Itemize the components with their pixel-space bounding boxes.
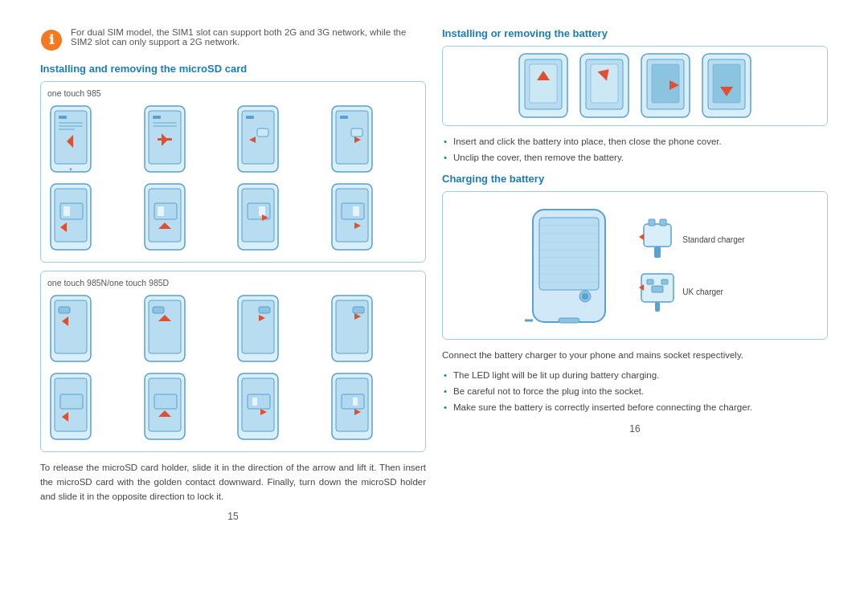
svg-rect-121 <box>655 302 660 312</box>
svg-rect-5 <box>59 122 83 124</box>
svg-rect-4 <box>59 116 67 119</box>
battery-step4 <box>698 51 755 120</box>
battery-bullet-2: Unclip the cover, then remove the batter… <box>442 150 828 165</box>
phone-illustration <box>235 370 326 445</box>
svg-rect-120 <box>652 286 663 292</box>
phone-illustration <box>329 181 420 255</box>
svg-rect-45 <box>353 206 359 216</box>
svg-rect-119 <box>661 279 668 284</box>
phone-grid-985nd-row1 <box>47 292 419 367</box>
phone-illustration <box>329 370 420 445</box>
svg-rect-57 <box>259 307 270 313</box>
info-icon: ℹ <box>40 29 63 51</box>
svg-rect-74 <box>252 398 257 406</box>
svg-rect-87 <box>591 64 618 103</box>
svg-rect-61 <box>353 307 364 313</box>
microsd-body-text: To release the microSD card holder, slid… <box>40 460 426 504</box>
uk-charger-label: UK charger <box>682 288 723 296</box>
diagram-box-985nd: one touch 985N/one touch 985D <box>40 271 426 452</box>
standard-charger-item: Standard charger <box>637 218 744 262</box>
battery-step1 <box>515 51 571 120</box>
info-text: For dual SIM model, the SIM1 slot can su… <box>71 27 426 47</box>
charging-phone-illustration <box>525 202 629 330</box>
charging-bullets: The LED light will be lit up during batt… <box>442 368 828 415</box>
svg-rect-35 <box>158 206 164 216</box>
svg-rect-112 <box>644 224 671 247</box>
svg-rect-30 <box>63 206 70 216</box>
svg-rect-14 <box>153 125 177 127</box>
battery-install-title: Installing or removing the battery <box>442 27 828 39</box>
charger-area: Standard charger UK charger <box>637 218 744 314</box>
svg-rect-25 <box>351 129 362 137</box>
phone-illustration <box>329 292 420 367</box>
phone-grid-985-row1: ▼ <box>47 103 419 177</box>
svg-rect-16 <box>158 138 172 141</box>
phone-grid-985-row2 <box>47 181 419 255</box>
svg-rect-24 <box>340 116 348 119</box>
info-note: ℹ For dual SIM model, the SIM1 slot can … <box>40 27 426 51</box>
phone-illustration <box>141 181 232 255</box>
microsd-section-title: Installing and removing the microSD card <box>40 63 426 75</box>
svg-rect-6 <box>59 125 83 127</box>
charging-bullet-3: Make sure the battery is correctly inser… <box>442 400 828 414</box>
svg-rect-73 <box>248 394 270 409</box>
svg-rect-65 <box>60 394 83 409</box>
charging-bullet-1: The LED light will be lit up during batt… <box>442 368 828 382</box>
standard-charger-label: Standard charger <box>682 235 744 244</box>
diagram-label-985: one touch 985 <box>47 88 419 98</box>
svg-rect-79 <box>353 398 358 406</box>
svg-rect-83 <box>530 64 557 103</box>
svg-rect-118 <box>647 279 653 284</box>
phone-illustration <box>141 292 232 367</box>
svg-rect-49 <box>59 307 70 313</box>
svg-rect-95 <box>713 64 740 103</box>
page-number-right: 16 <box>442 423 828 434</box>
svg-rect-109 <box>559 318 579 323</box>
right-column: Installing or removing the battery <box>442 27 828 589</box>
charging-diagram: Standard charger UK charger <box>442 191 828 340</box>
svg-rect-115 <box>654 247 661 258</box>
svg-rect-113 <box>649 219 655 226</box>
battery-bullet-1: Insert and click the battery into place,… <box>442 134 828 149</box>
charging-section-title: Charging the battery <box>442 173 828 185</box>
standard-charger-icon <box>637 218 678 262</box>
phone-illustration: ▼ <box>47 103 138 177</box>
diagram-label-985nd: one touch 985N/one touch 985D <box>47 278 419 288</box>
battery-install-diagram <box>442 46 828 126</box>
svg-text:ℹ: ℹ <box>49 33 55 47</box>
phone-illustration <box>141 370 232 445</box>
battery-step2 <box>576 51 633 120</box>
svg-rect-12 <box>153 116 161 119</box>
page: ℹ For dual SIM model, the SIM1 slot can … <box>16 11 852 606</box>
left-column: ℹ For dual SIM model, the SIM1 slot can … <box>40 27 426 589</box>
uk-charger-icon <box>637 270 678 314</box>
phone-illustration <box>329 103 420 177</box>
phone-illustration <box>141 103 232 177</box>
svg-rect-69 <box>154 394 177 409</box>
uk-charger-item: UK charger <box>637 270 723 314</box>
phone-illustration <box>47 292 138 367</box>
phone-illustration <box>235 181 326 255</box>
svg-rect-98 <box>539 218 599 290</box>
diagram-box-985: one touch 985 ▼ <box>40 81 426 263</box>
page-number-left: 15 <box>40 511 426 522</box>
battery-step3 <box>637 51 694 120</box>
phone-illustration <box>235 292 326 367</box>
svg-rect-53 <box>153 307 164 313</box>
charging-bullet-2: Be careful not to force the plug into th… <box>442 384 828 398</box>
phone-illustration <box>47 181 138 255</box>
phone-illustration <box>47 370 138 445</box>
phone-grid-985nd-row2 <box>47 370 419 445</box>
svg-point-108 <box>582 293 588 300</box>
phone-illustration <box>235 103 326 177</box>
svg-text:▼: ▼ <box>68 167 73 172</box>
battery-install-bullets: Insert and click the battery into place,… <box>442 134 828 165</box>
svg-rect-20 <box>257 129 268 137</box>
connect-text: Connect the battery charger to your phon… <box>442 348 828 362</box>
svg-rect-13 <box>153 122 177 124</box>
svg-rect-114 <box>660 219 666 226</box>
svg-marker-116 <box>639 234 644 240</box>
svg-rect-7 <box>59 129 75 130</box>
svg-rect-19 <box>246 116 254 119</box>
